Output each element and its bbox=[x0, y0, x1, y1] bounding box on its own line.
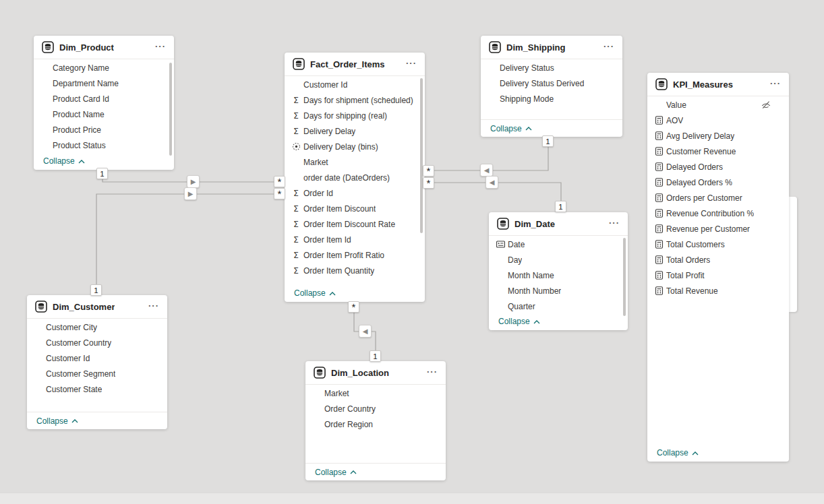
field-row[interactable]: Delivery Delay (bins) bbox=[285, 139, 425, 154]
field-row[interactable]: Avg Delivery Delay bbox=[647, 128, 789, 144]
table-card-dim-location[interactable]: Dim_Location ··· Market Order Country Or… bbox=[305, 361, 446, 480]
cardinality-one-date[interactable]: 1 bbox=[555, 201, 566, 212]
collapse-button[interactable]: Collapse bbox=[315, 468, 357, 477]
field-row[interactable]: Market bbox=[285, 154, 425, 170]
relationship-line-customer-fact[interactable] bbox=[96, 194, 285, 295]
table-title: KPI_Measures bbox=[673, 80, 733, 90]
field-row[interactable]: ΣOrder Id bbox=[285, 185, 425, 201]
field-row[interactable]: ΣOrder Item Total bbox=[285, 278, 425, 283]
field-row[interactable]: Order Country bbox=[305, 401, 446, 416]
cardinality-one-location[interactable]: 1 bbox=[370, 350, 381, 362]
field-row[interactable]: ΣDays for shipment (scheduled) bbox=[285, 92, 425, 108]
field-row[interactable]: Market bbox=[305, 385, 446, 401]
more-options-button[interactable]: ··· bbox=[147, 300, 160, 314]
table-card-fact-order-items[interactable]: Fact_Order_Items ··· Customer Id ΣDays f… bbox=[285, 53, 425, 302]
table-card-dim-date[interactable]: Dim_Date ··· Date Day Month Name Month N… bbox=[489, 212, 628, 330]
cardinality-one-shipping[interactable]: 1 bbox=[542, 135, 554, 147]
field-row[interactable]: Total Orders bbox=[647, 252, 789, 267]
collapse-button[interactable]: Collapse bbox=[498, 317, 540, 326]
field-row[interactable]: ΣOrder Item Id bbox=[285, 232, 425, 247]
chevron-up-icon bbox=[78, 160, 85, 164]
field-row[interactable]: Customer Segment bbox=[27, 366, 167, 381]
field-row[interactable]: Customer Revenue bbox=[647, 144, 789, 159]
scrollbar[interactable] bbox=[420, 78, 423, 233]
field-row[interactable]: Quarter bbox=[489, 298, 628, 314]
model-view-canvas[interactable]: Dim_Product ··· Category Name Department… bbox=[0, 0, 824, 504]
field-row[interactable]: Customer State bbox=[27, 381, 167, 397]
collapse-button[interactable]: Collapse bbox=[43, 156, 85, 166]
field-row[interactable]: Month Number bbox=[489, 283, 628, 298]
field-row[interactable]: Order Region bbox=[305, 416, 446, 432]
cardinality-many-product-fact[interactable]: * bbox=[274, 176, 285, 187]
field-row[interactable]: Customer Id bbox=[27, 350, 167, 366]
cardinality-many-customer-fact[interactable]: * bbox=[274, 188, 285, 199]
field-row[interactable]: Total Customers bbox=[647, 237, 789, 252]
scrollbar[interactable] bbox=[169, 63, 172, 156]
table-card-kpi-measures[interactable]: KPI_Measures ··· Value AOV Avg Delivery … bbox=[647, 73, 789, 462]
field-row[interactable]: Shipping Mode bbox=[481, 91, 622, 106]
partial-table-card[interactable] bbox=[789, 197, 797, 312]
table-card-header: Dim_Product ··· bbox=[34, 36, 174, 59]
filter-direction-arrow-left[interactable]: ◀ bbox=[480, 164, 493, 177]
field-row[interactable]: Product Status bbox=[34, 137, 174, 153]
cardinality-many-date-fact[interactable]: * bbox=[423, 177, 434, 189]
field-row[interactable]: ΣOrder Item Profit Ratio bbox=[285, 247, 425, 263]
collapse-button[interactable]: Collapse bbox=[490, 124, 532, 133]
field-row[interactable]: order date (DateOrders) bbox=[285, 170, 425, 185]
cardinality-one-product[interactable]: 1 bbox=[96, 168, 108, 179]
field-row[interactable]: ΣOrder Item Discount bbox=[285, 201, 425, 216]
filter-direction-arrow-left[interactable]: ◀ bbox=[359, 325, 372, 338]
scrollbar[interactable] bbox=[623, 238, 626, 316]
field-row[interactable]: Revenue per Customer bbox=[647, 221, 789, 237]
field-row[interactable]: ΣDays for shipping (real) bbox=[285, 108, 425, 123]
table-card-dim-product[interactable]: Dim_Product ··· Category Name Department… bbox=[34, 36, 174, 170]
cardinality-one-customer[interactable]: 1 bbox=[90, 284, 102, 296]
field-row[interactable]: Orders per Customer bbox=[647, 190, 789, 206]
field-row[interactable]: Product Name bbox=[34, 106, 174, 122]
field-row[interactable]: Total Revenue bbox=[647, 283, 789, 298]
field-row[interactable]: Revenue Contribution % bbox=[647, 206, 789, 221]
field-row[interactable]: ΣDelivery Delay bbox=[285, 123, 425, 139]
cardinality-many-location-fact[interactable]: * bbox=[348, 301, 359, 313]
field-row[interactable]: Delivery Status Derived bbox=[481, 75, 622, 91]
field-row[interactable]: Department Name bbox=[34, 75, 174, 91]
more-options-button[interactable]: ··· bbox=[608, 217, 621, 231]
cardinality-many-shipping-fact[interactable]: * bbox=[423, 165, 434, 177]
field-row[interactable]: Customer City bbox=[27, 319, 167, 335]
field-row[interactable]: ΣOrder Item Quantity bbox=[285, 263, 425, 278]
more-options-button[interactable]: ··· bbox=[154, 40, 167, 55]
table-icon bbox=[655, 78, 668, 90]
hidden-eye-icon[interactable] bbox=[761, 100, 771, 109]
more-options-button[interactable]: ··· bbox=[425, 366, 439, 380]
collapse-button[interactable]: Collapse bbox=[294, 288, 336, 298]
table-icon bbox=[497, 218, 509, 230]
field-row[interactable]: Total Profit bbox=[647, 267, 789, 283]
field-row[interactable]: Delivery Status bbox=[481, 60, 622, 75]
field-row[interactable]: Delayed Orders bbox=[647, 159, 789, 175]
field-row[interactable]: Delayed Orders % bbox=[647, 175, 789, 190]
field-row[interactable]: Category Name bbox=[34, 60, 174, 75]
more-options-button[interactable]: ··· bbox=[602, 40, 616, 55]
bins-icon bbox=[291, 142, 301, 152]
field-row[interactable]: AOV bbox=[647, 113, 789, 128]
more-options-button[interactable]: ··· bbox=[769, 77, 782, 92]
filter-direction-arrow-right[interactable]: ▶ bbox=[184, 187, 197, 200]
field-row[interactable]: Product Price bbox=[34, 122, 174, 137]
field-row[interactable]: Customer Country bbox=[27, 335, 167, 350]
field-row[interactable]: Month Name bbox=[489, 267, 628, 283]
field-row[interactable]: Customer Id bbox=[285, 77, 425, 92]
collapse-button[interactable]: Collapse bbox=[657, 448, 699, 458]
filter-direction-arrow-left[interactable]: ◀ bbox=[485, 176, 498, 189]
table-card-dim-shipping[interactable]: Dim_Shipping ··· Delivery Status Deliver… bbox=[481, 36, 622, 137]
measure-calculator-icon bbox=[653, 147, 664, 156]
field-row[interactable]: Date bbox=[489, 237, 628, 252]
filter-direction-arrow-right[interactable]: ▶ bbox=[187, 175, 200, 188]
table-card-dim-customer[interactable]: Dim_Customer ··· Customer City Customer … bbox=[27, 295, 167, 429]
more-options-button[interactable]: ··· bbox=[405, 57, 418, 71]
field-row[interactable]: Day bbox=[489, 252, 628, 267]
field-row[interactable]: Value bbox=[647, 97, 789, 113]
collapse-button[interactable]: Collapse bbox=[36, 416, 78, 426]
field-row[interactable]: Product Card Id bbox=[34, 91, 174, 106]
field-row[interactable]: ΣOrder Item Discount Rate bbox=[285, 216, 425, 232]
measure-calculator-icon bbox=[653, 131, 664, 141]
